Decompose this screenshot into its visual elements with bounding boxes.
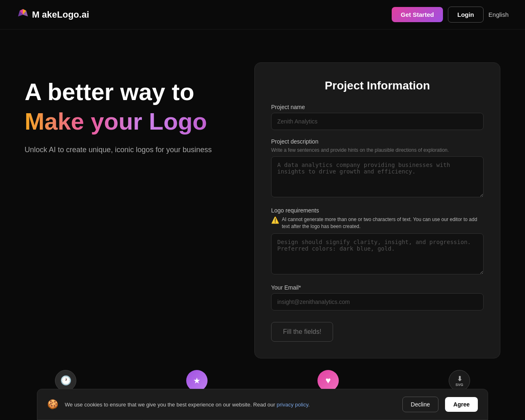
get-started-button[interactable]: Get Started bbox=[392, 7, 443, 22]
hero-logo-word: Logo bbox=[149, 108, 207, 135]
project-description-hint: Write a few sentences and provide hints … bbox=[271, 147, 484, 153]
privacy-policy-link[interactable]: privacy policy bbox=[276, 402, 308, 408]
logo-warning-row: ⚠️ AI cannot generate more than one or t… bbox=[271, 216, 484, 230]
logo-requirements-input[interactable] bbox=[271, 233, 484, 274]
logo-requirements-group: Logo requirements ⚠️ AI cannot generate … bbox=[271, 207, 484, 276]
logo-icon bbox=[16, 8, 30, 21]
logo-text: akeLogo.ai bbox=[42, 9, 89, 20]
svg-icon: ⬇ bbox=[457, 375, 462, 383]
project-name-input[interactable] bbox=[271, 113, 484, 130]
logo-warning-text: AI cannot generate more than one or two … bbox=[282, 216, 484, 230]
star-icon-button[interactable]: ★ bbox=[186, 370, 208, 391]
cookie-banner: 🍪 We use cookies to ensure that we give … bbox=[37, 389, 488, 420]
logo-letter: M bbox=[32, 9, 39, 20]
project-description-label: Project description bbox=[271, 138, 484, 145]
agree-button[interactable]: Agree bbox=[445, 397, 478, 412]
project-name-label: Project name bbox=[271, 104, 484, 110]
email-group: Your Email* bbox=[271, 284, 484, 310]
nav-actions: Get Started Login English bbox=[392, 7, 509, 23]
email-input[interactable] bbox=[271, 293, 484, 310]
svg-badge-button[interactable]: ⬇ SVG bbox=[449, 370, 470, 391]
hero-section: A better way to Make your Logo Unlock AI… bbox=[25, 62, 230, 155]
heart-icon-button[interactable]: ♥ bbox=[317, 370, 339, 391]
navbar: MakeLogo.ai Get Started Login English bbox=[0, 0, 525, 30]
project-name-group: Project name bbox=[271, 104, 484, 130]
email-label: Your Email* bbox=[271, 284, 484, 291]
logo-requirements-label: Logo requirements bbox=[271, 207, 484, 214]
language-selector[interactable]: English bbox=[488, 11, 509, 18]
clock-icon: 🕐 bbox=[60, 375, 71, 386]
form-title: Project Information bbox=[271, 79, 484, 92]
clock-icon-button[interactable]: 🕐 bbox=[55, 370, 76, 391]
svg-label: SVG bbox=[455, 383, 463, 387]
hero-line2: Make your Logo bbox=[25, 108, 230, 135]
submit-button[interactable]: Fill the fields! bbox=[271, 322, 333, 342]
cookie-text: We use cookies to ensure that we give yo… bbox=[65, 402, 396, 408]
project-description-group: Project description Write a few sentence… bbox=[271, 138, 484, 199]
cookie-icon: 🍪 bbox=[47, 399, 58, 410]
star-icon: ★ bbox=[193, 376, 201, 386]
login-button[interactable]: Login bbox=[448, 7, 484, 23]
main-content: A better way to Make your Logo Unlock AI… bbox=[0, 30, 525, 383]
heart-icon: ♥ bbox=[325, 375, 331, 386]
warning-icon: ⚠️ bbox=[271, 216, 279, 224]
decline-button[interactable]: Decline bbox=[402, 397, 439, 412]
project-form-card: Project Information Project name Project… bbox=[254, 62, 500, 358]
hero-subtitle: Unlock AI to create unique, iconic logos… bbox=[25, 144, 230, 155]
hero-your: your bbox=[91, 108, 142, 135]
hero-line1: A better way to bbox=[25, 79, 230, 105]
hero-make: Make bbox=[25, 108, 84, 135]
logo[interactable]: MakeLogo.ai bbox=[16, 8, 89, 21]
project-description-input[interactable] bbox=[271, 156, 484, 197]
